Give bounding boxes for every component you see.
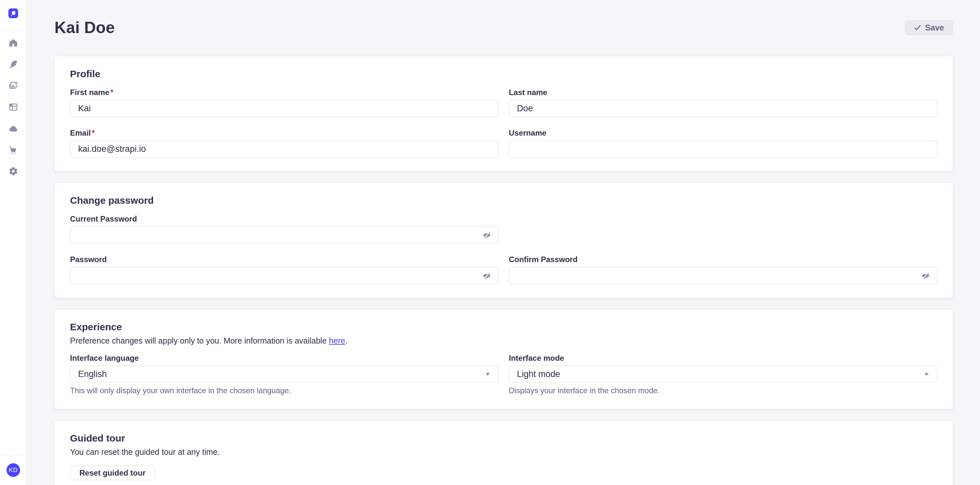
current-password-input-wrap: [70, 227, 498, 244]
required-marker: *: [92, 128, 95, 137]
gear-icon: [8, 166, 18, 176]
email-input[interactable]: [70, 140, 498, 158]
sidebar-item-media[interactable]: [8, 81, 18, 91]
sidebar-nav: [8, 38, 18, 455]
profile-fields-grid: First name* Last name Email* Username: [70, 88, 937, 158]
profile-heading: Profile: [70, 67, 937, 80]
interface-mode-select[interactable]: Light mode: [509, 365, 937, 383]
username-label: Username: [509, 128, 937, 137]
experience-card: Experience Preference changes will apply…: [54, 310, 953, 409]
interface-language-value: English: [78, 369, 107, 379]
change-password-card: Change password Current Password Pas: [54, 183, 953, 298]
toggle-new-password-visibility-button[interactable]: [480, 269, 493, 282]
sidebar-item-home[interactable]: [8, 38, 18, 48]
experience-heading: Experience: [70, 321, 937, 333]
check-icon: [913, 24, 921, 32]
reset-guided-tour-button[interactable]: Reset guided tour: [70, 466, 155, 480]
last-name-field: Last name: [509, 88, 937, 117]
email-label: Email*: [70, 128, 498, 137]
first-name-field: First name*: [70, 88, 498, 117]
confirm-password-field: Confirm Password: [509, 255, 937, 284]
guided-tour-heading: Guided tour: [70, 432, 937, 445]
email-field: Email*: [70, 128, 498, 158]
first-name-label: First name*: [70, 88, 498, 97]
first-name-input[interactable]: [70, 100, 498, 117]
current-password-field: Current Password: [70, 214, 498, 244]
sidebar-item-content[interactable]: [8, 59, 18, 69]
sidebar-item-builder[interactable]: [8, 102, 18, 112]
sidebar: KD: [0, 0, 27, 485]
eye-slash-icon: [482, 271, 491, 280]
interface-mode-label: Interface mode: [509, 353, 937, 363]
sidebar-item-settings[interactable]: [8, 166, 18, 176]
guided-tour-card: Guided tour You can reset the guided tou…: [54, 421, 953, 485]
required-marker: *: [110, 88, 113, 97]
first-name-label-text: First name: [70, 88, 109, 97]
sidebar-footer: KD: [0, 455, 27, 485]
interface-mode-hint: Displays your interface in the chosen mo…: [509, 386, 937, 396]
interface-mode-value: Light mode: [517, 369, 560, 379]
username-input[interactable]: [509, 140, 937, 158]
new-password-input[interactable]: [70, 267, 498, 284]
save-button[interactable]: Save: [905, 21, 953, 35]
interface-language-label: Interface language: [70, 353, 498, 363]
images-icon: [8, 81, 18, 91]
sidebar-item-marketplace[interactable]: [8, 145, 18, 155]
confirm-password-label: Confirm Password: [509, 255, 937, 264]
guided-tour-text: You can reset the guided tour at any tim…: [70, 447, 937, 457]
new-password-label: Password: [70, 255, 498, 264]
page-header: Kai Doe Save: [54, 17, 953, 38]
layout-icon: [8, 102, 18, 112]
save-button-label: Save: [925, 23, 944, 32]
page-title: Kai Doe: [54, 17, 115, 38]
new-password-field: Password: [70, 255, 498, 284]
more-information-link[interactable]: here: [329, 336, 345, 345]
interface-language-hint: This will only display your own interfac…: [70, 386, 498, 396]
main-content: Kai Doe Save Profile First name* Last na…: [27, 0, 980, 485]
username-field: Username: [509, 128, 937, 158]
interface-language-field: Interface language English This will onl…: [70, 353, 498, 396]
password-fields-grid: Current Password Password: [70, 214, 937, 284]
interface-language-select[interactable]: English: [70, 365, 498, 383]
confirm-password-input[interactable]: [509, 267, 937, 284]
current-password-label: Current Password: [70, 214, 498, 223]
current-password-input[interactable]: [70, 227, 498, 244]
toggle-confirm-password-visibility-button[interactable]: [919, 269, 932, 282]
interface-mode-field: Interface mode Light mode Displays your …: [509, 353, 937, 396]
last-name-label: Last name: [509, 88, 937, 97]
change-password-heading: Change password: [70, 194, 937, 207]
eye-slash-icon: [921, 271, 930, 280]
experience-description-text: Preference changes will apply only to yo…: [70, 336, 329, 345]
home-icon: [8, 38, 18, 48]
last-name-input[interactable]: [509, 100, 937, 117]
chevron-down-icon: [924, 372, 929, 377]
sidebar-item-deploy[interactable]: [8, 124, 18, 133]
new-password-input-wrap: [70, 267, 498, 284]
strapi-logo[interactable]: [8, 8, 18, 18]
feather-icon: [8, 59, 18, 69]
experience-description-period: .: [345, 336, 347, 345]
user-avatar[interactable]: KD: [6, 463, 20, 477]
chevron-down-icon: [485, 372, 490, 377]
experience-fields-grid: Interface language English This will onl…: [70, 353, 937, 396]
divider: [0, 455, 27, 456]
cart-icon: [8, 145, 18, 155]
confirm-password-input-wrap: [509, 267, 937, 284]
experience-description: Preference changes will apply only to yo…: [70, 335, 937, 346]
email-label-text: Email: [70, 128, 91, 137]
toggle-current-password-visibility-button[interactable]: [480, 229, 493, 242]
profile-card: Profile First name* Last name Email* Use…: [54, 56, 953, 171]
eye-slash-icon: [482, 231, 491, 240]
cloud-icon: [8, 124, 18, 133]
strapi-logo-icon: [8, 8, 18, 18]
